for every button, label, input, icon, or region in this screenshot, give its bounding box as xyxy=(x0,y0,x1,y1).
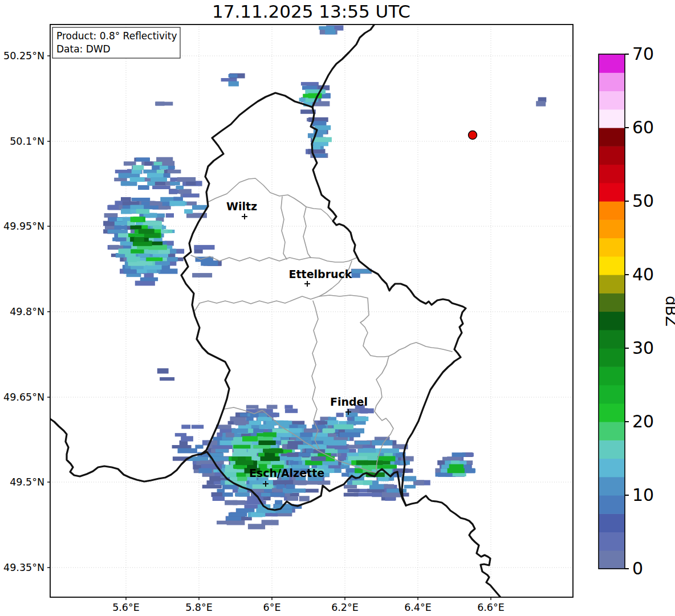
x-tick-label: 5.6°E xyxy=(112,602,140,613)
city-label: Wiltz xyxy=(226,200,257,213)
radar-echo-cluster-our-valley-south xyxy=(306,117,332,158)
radar-echo-cluster-tiny-echo-ne xyxy=(536,97,546,107)
colorbar-tick-label: 0 xyxy=(632,558,643,578)
radar-map-canvas: WiltzEttelbruckFindelEsch/Alzette5.6°E5.… xyxy=(0,0,675,616)
figure-title: 17.11.2025 13:55 UTC xyxy=(212,1,410,22)
y-tick-label: 49.8°N xyxy=(10,306,44,317)
x-tick-label: 6.4°E xyxy=(404,602,432,613)
colorbar-tick-label: 20 xyxy=(632,411,654,431)
x-tick-label: 5.8°E xyxy=(185,602,213,613)
y-tick-label: 49.35°N xyxy=(3,562,44,573)
radar-site-dot xyxy=(469,131,477,140)
colorbar-tick-label: 50 xyxy=(632,191,654,211)
radar-echo-cluster-ettelbruck-echo xyxy=(351,269,372,278)
x-tick-label: 6.6°E xyxy=(477,602,505,613)
info-box-product: Product: 0.8° Reflectivity xyxy=(56,30,177,42)
radar-echo-cluster-nw-cell-se-bits xyxy=(192,245,222,278)
city-ettelbruck: Ettelbruck xyxy=(289,268,352,287)
colorbar-tick-label: 60 xyxy=(632,117,654,137)
radar-echo-cluster-small-bits-top xyxy=(319,26,343,35)
y-tick-label: 50.1°N xyxy=(10,136,44,147)
y-tick-label: 50.25°N xyxy=(3,50,44,62)
radar-echo-cluster-dash-center xyxy=(314,421,328,425)
colorbar-tick-label: 10 xyxy=(632,485,654,505)
colorbar: 010203040506070 xyxy=(599,44,654,578)
country-borders xyxy=(48,23,500,597)
city-label: Findel xyxy=(330,395,368,408)
city-label: Ettelbruck xyxy=(289,268,352,280)
radar-echo-cluster-small-echo-northwest xyxy=(221,74,245,87)
y-tick-label: 49.95°N xyxy=(3,221,44,232)
x-tick-label: 6.2°E xyxy=(331,602,359,613)
y-tick-label: 49.65°N xyxy=(3,391,44,403)
city-marker-icon xyxy=(242,214,247,219)
radar-echo-cluster-nw-cell-main xyxy=(103,197,184,286)
info-box-source: Data: DWD xyxy=(56,43,111,55)
radar-figure: WiltzEttelbruckFindelEsch/Alzette5.6°E5.… xyxy=(0,0,675,616)
colorbar-tick-label: 70 xyxy=(632,44,654,64)
colorbar-tick-label: 40 xyxy=(632,264,654,284)
city-marker-icon xyxy=(304,281,310,287)
radar-echo-cluster-our-valley-north xyxy=(299,82,331,114)
radar-echo-cluster-east-cell xyxy=(435,452,475,477)
radar-echo-cluster-diag-dash-sw xyxy=(157,368,174,381)
x-tick-label: 6°E xyxy=(263,602,281,613)
city-label: Esch/Alzette xyxy=(249,467,324,479)
radar-echo-cluster-small-dash-west xyxy=(155,101,173,105)
colorbar-tick-label: 30 xyxy=(632,338,654,358)
y-tick-label: 49.5°N xyxy=(10,476,44,488)
city-wiltz: Wiltz xyxy=(226,200,257,219)
colorbar-axis-label: dBZ xyxy=(662,296,675,327)
info-box: Product: 0.8° Reflectivity Data: DWD xyxy=(52,27,180,58)
